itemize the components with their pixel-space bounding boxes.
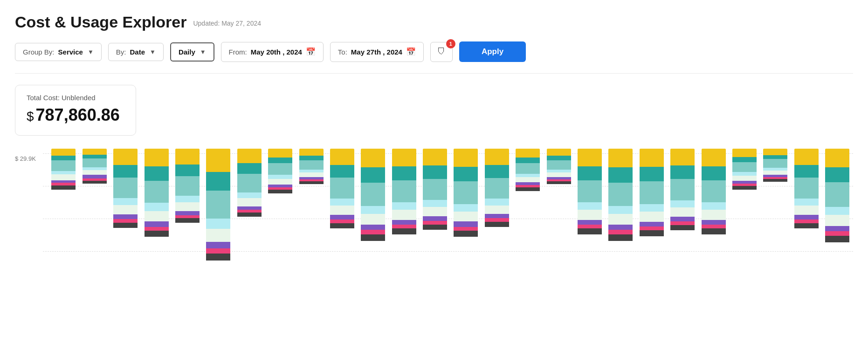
bar-col [480,149,509,270]
bar-segment [268,158,292,163]
bar-segment [608,225,633,230]
cost-card: Total Cost: Unblended $787,860.86 [15,85,136,136]
stacked-bar[interactable] [732,149,757,190]
bar-col [666,149,695,270]
stacked-bar[interactable] [578,149,602,234]
bar-segment [485,206,509,214]
stacked-bar[interactable] [485,149,509,227]
bar-segment [83,149,107,155]
to-date-picker[interactable]: To: May 27th , 2024 📅 [330,42,424,62]
bar-segment [113,165,138,178]
bar-segment [206,242,230,248]
granularity-dropdown[interactable]: Daily ▼ [170,42,214,62]
group-by-value: Service [58,48,83,56]
bar-segment [83,158,107,167]
bar-segment [145,231,169,237]
bar-col [634,149,663,270]
bar-segment [268,163,292,175]
stacked-bar[interactable] [670,149,695,230]
bar-segment [423,200,447,207]
bar-segment [640,222,664,226]
stacked-bar[interactable] [299,149,324,184]
bar-segment [516,177,540,182]
bar-segment [578,225,602,229]
stacked-bar[interactable] [608,149,633,241]
stacked-bar[interactable] [113,149,138,228]
bar-segment [670,221,695,225]
bar-segment [794,165,819,178]
bar-segment [423,179,447,200]
bar-segment [454,204,478,212]
bar-segment [206,191,230,219]
stacked-bar[interactable] [825,149,849,242]
from-date-picker[interactable]: From: May 20th , 2024 📅 [221,42,324,62]
bar-segment [670,217,695,221]
bar-segment [516,158,540,163]
bar-segment [825,207,849,215]
cost-card-label: Total Cost: Unblended [27,94,124,102]
bar-segment [608,149,633,167]
stacked-bar[interactable] [640,149,664,236]
bar-segment [330,165,354,178]
stacked-bar[interactable] [268,149,292,193]
bar-segment [454,167,478,181]
bar-col [201,149,230,270]
bar-segment [361,149,385,167]
stacked-bar[interactable] [763,149,787,182]
bar-segment [237,213,262,217]
bar-segment [330,215,354,220]
stacked-bar[interactable] [175,149,200,223]
bar-segment [794,199,819,206]
bar-segment [268,179,292,185]
stacked-bar[interactable] [702,149,726,234]
cost-card-value: $787,860.86 [27,105,124,125]
bar-segment [732,162,757,172]
stacked-bar[interactable] [330,149,354,228]
bar-segment [763,155,787,159]
bar-segment [175,196,200,202]
bar-col [758,149,787,270]
stacked-bar[interactable] [392,149,416,234]
stacked-bar[interactable] [361,149,385,241]
bar-col [109,149,138,270]
bar-segment [670,149,695,165]
bar-segment [423,225,447,230]
group-by-dropdown[interactable]: Group By: Service ▼ [15,43,102,61]
stacked-bar[interactable] [83,149,107,184]
cost-currency: $ [27,109,34,123]
bar-segment [640,226,664,231]
stacked-bar[interactable] [454,149,478,237]
bar-col [356,149,385,270]
stacked-bar[interactable] [516,149,540,191]
stacked-bar[interactable] [51,149,76,190]
bar-segment [237,149,262,163]
stacked-bar[interactable] [145,149,169,237]
bar-segment [794,206,819,215]
bar-segment [732,186,757,190]
bar-segment [51,174,76,180]
bar-segment [330,149,354,165]
bar-segment [268,149,292,158]
bar-segment [423,207,447,216]
by-dropdown[interactable]: By: Date ▼ [108,43,164,61]
bar-segment [392,220,416,225]
bar-segment [825,226,849,231]
toolbar-row: Group By: Service ▼ By: Date ▼ Daily ▼ F… [15,41,853,62]
stacked-bar[interactable] [237,149,262,217]
bar-segment [485,199,509,206]
bar-segment [732,149,757,157]
bar-segment [237,206,262,210]
stacked-bar[interactable] [794,149,819,228]
bar-segment [392,225,416,229]
apply-button[interactable]: Apply [459,41,526,62]
bar-segment [485,222,509,227]
bar-segment [392,228,416,234]
filter-button[interactable]: ⛉ 1 [430,42,453,62]
stacked-bar[interactable] [547,149,571,184]
bar-segment [825,167,849,182]
bar-segment [702,225,726,229]
bar-segment [299,156,324,160]
stacked-bar[interactable] [423,149,447,230]
bar-segment [299,172,324,177]
stacked-bar[interactable] [206,149,230,261]
